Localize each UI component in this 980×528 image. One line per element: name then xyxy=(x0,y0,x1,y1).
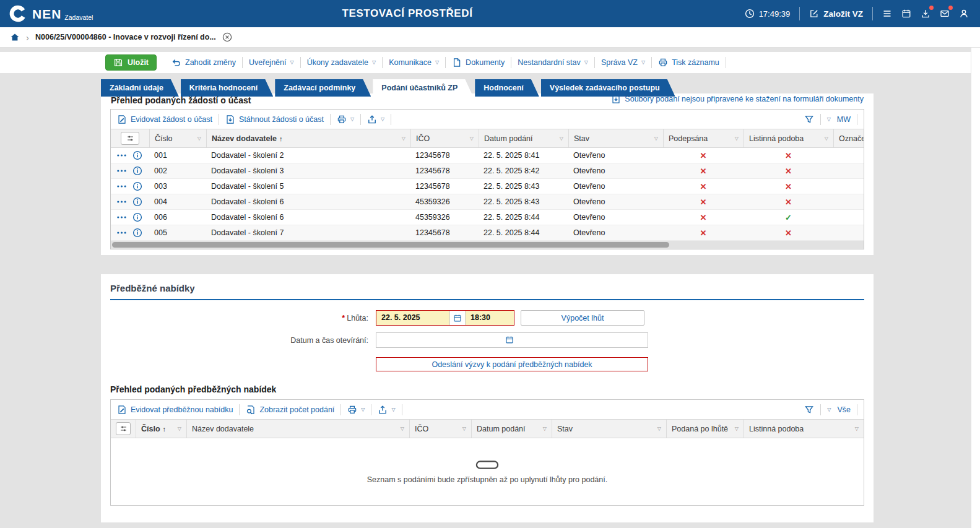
send-invitation-button[interactable]: Odeslání výzvy k podání předběžných nabí… xyxy=(376,357,648,371)
breadcrumb-record[interactable]: N006/25/V00004860 - Inovace v rozvoji ří… xyxy=(35,33,216,41)
filter-caret-icon[interactable] xyxy=(197,136,201,141)
table-row[interactable]: 005 Dodavatel - školení 7 12345678 22. 5… xyxy=(111,225,864,241)
filter-caret-icon[interactable] xyxy=(735,136,739,141)
opening-datetime-input[interactable] xyxy=(376,332,648,348)
register-offer-button[interactable]: Evidovat předběžnou nabídku xyxy=(117,405,233,415)
row-menu-icon[interactable] xyxy=(116,231,127,235)
save-button[interactable]: Uložit xyxy=(105,54,157,71)
register-request-button[interactable]: Evidovat žádost o účast xyxy=(117,115,212,124)
table-row[interactable]: 001 Dodavatel - školení 2 12345678 22. 5… xyxy=(111,148,864,163)
discard-changes-button[interactable]: Zahodit změny xyxy=(165,58,242,67)
cell-stav: Otevřeno xyxy=(568,179,663,194)
filter-caret-icon[interactable] xyxy=(462,426,466,431)
info-icon[interactable] xyxy=(132,197,142,207)
deadline-date-input[interactable]: 22. 5. 2025 xyxy=(376,311,449,325)
tab-zakladni-udaje[interactable]: Základní údaje xyxy=(101,79,179,97)
filter-preset-caret[interactable] xyxy=(827,407,831,412)
download-requests-button[interactable]: Stáhnout žádosti o účast xyxy=(225,115,324,124)
calendar-icon[interactable] xyxy=(505,335,514,344)
col-header-cislo[interactable]: Číslo xyxy=(136,420,186,438)
filter-caret-icon[interactable] xyxy=(402,136,405,141)
col-header-stav[interactable]: Stav xyxy=(568,129,663,147)
calendar-button[interactable] xyxy=(901,9,911,19)
info-icon[interactable] xyxy=(132,228,142,238)
col-header-podepsana[interactable]: Podepsána xyxy=(663,129,744,147)
filter-caret-icon[interactable] xyxy=(470,136,474,141)
col-header-stav[interactable]: Stav xyxy=(552,420,666,438)
tab-hodnoceni[interactable]: Hodnocení xyxy=(475,79,539,97)
nen-home-link[interactable]: NEN Zadavatel xyxy=(9,4,93,23)
col-header-ico[interactable]: IČO xyxy=(410,129,479,147)
column-settings-button[interactable] xyxy=(116,422,131,435)
filter-caret-icon[interactable] xyxy=(543,426,547,431)
profile-button[interactable] xyxy=(959,9,969,19)
table-row[interactable]: 004 Dodavatel - školení 6 45359326 22. 5… xyxy=(111,194,864,210)
table-row[interactable]: 006 Dodavatel - školení 6 45359326 22. 5… xyxy=(111,210,864,225)
scrollbar-thumb[interactable] xyxy=(112,242,669,248)
deadline-time-input[interactable]: 18:30 xyxy=(466,311,514,325)
tab-kriteria-hodnoceni[interactable]: Kritéria hodnocení xyxy=(181,79,273,97)
tab-zadavaci-podminky[interactable]: Zadávací podmínky xyxy=(275,79,371,97)
col-header-nazev-dodavatele[interactable]: Název dodavatele xyxy=(206,129,410,147)
calc-deadlines-button[interactable]: Výpočet lhůt xyxy=(521,310,644,326)
filter-caret-icon[interactable] xyxy=(178,426,181,431)
row-menu-icon[interactable] xyxy=(116,169,127,173)
col-header-datum-podani[interactable]: Datum podání xyxy=(479,129,568,147)
filter-caret-icon[interactable] xyxy=(855,426,859,431)
filter-caret-icon[interactable] xyxy=(654,136,658,141)
col-header-podana-po-lhute[interactable]: Podaná po lhůtě xyxy=(666,420,744,438)
publish-menu-button[interactable]: Uveřejnění xyxy=(243,58,300,67)
tab-podani-ucastniku-zp[interactable]: Podání účastníků ZP xyxy=(373,79,473,97)
print-table-button[interactable] xyxy=(337,115,354,124)
export-table-button[interactable] xyxy=(378,405,395,415)
col-header-ico[interactable]: IČO xyxy=(409,420,471,438)
page-scrollbar[interactable] xyxy=(971,27,980,528)
info-icon[interactable] xyxy=(132,181,142,191)
column-settings-button[interactable] xyxy=(121,132,139,145)
row-menu-icon[interactable] xyxy=(116,154,127,157)
filter-icon[interactable] xyxy=(804,115,814,124)
col-header-listinna-podoba[interactable]: Listinná podoba xyxy=(744,420,864,438)
filter-preset-caret[interactable] xyxy=(827,117,831,122)
toolbar-divider xyxy=(360,114,361,125)
info-icon[interactable] xyxy=(132,166,142,176)
row-menu-icon[interactable] xyxy=(116,184,127,188)
communication-menu-button[interactable]: Komunikace xyxy=(383,58,445,67)
horizontal-scrollbar[interactable] xyxy=(111,241,864,249)
filter-caret-icon[interactable] xyxy=(560,136,563,141)
export-table-button[interactable] xyxy=(367,115,384,124)
filter-caret-icon[interactable] xyxy=(825,136,828,141)
table-row[interactable]: 002 Dodavatel - školení 3 12345678 22. 5… xyxy=(111,163,864,179)
filter-caret-icon[interactable] xyxy=(735,426,739,431)
col-header-nazev-dodavatele[interactable]: Název dodavatele xyxy=(186,420,409,438)
col-header-listinna-podoba[interactable]: Listinná podoba xyxy=(744,129,833,147)
row-menu-icon[interactable] xyxy=(116,215,127,219)
documents-button[interactable]: Dokumenty xyxy=(446,58,511,67)
show-submission-count-button[interactable]: Zobrazit počet podání xyxy=(246,405,334,415)
filter-caret-icon[interactable] xyxy=(657,426,661,431)
col-header-datum-podani[interactable]: Datum podání xyxy=(471,420,552,438)
filter-icon[interactable] xyxy=(804,405,814,415)
tab-vysledek-zadavaciho-postupu[interactable]: Výsledek zadávacího postupu xyxy=(541,79,675,97)
contracting-actions-menu-button[interactable]: Úkony zadavatele xyxy=(301,58,383,67)
filter-preset-label[interactable]: Vše xyxy=(837,405,851,414)
nonstandard-state-menu-button[interactable]: Nestandardní stav xyxy=(511,58,594,67)
filter-preset-label[interactable]: MW xyxy=(837,115,851,124)
filter-caret-icon[interactable] xyxy=(401,426,404,431)
main-menu-button[interactable] xyxy=(882,9,892,19)
manage-vz-menu-button[interactable]: Správa VZ xyxy=(595,58,651,67)
close-record-icon[interactable] xyxy=(222,32,232,42)
col-header-cislo[interactable]: Číslo xyxy=(149,129,206,147)
print-table-button[interactable] xyxy=(347,405,365,415)
info-icon[interactable] xyxy=(132,150,142,160)
create-vz-button[interactable]: Založit VZ xyxy=(809,9,863,19)
info-icon[interactable] xyxy=(132,212,142,222)
col-header-oznaceni[interactable]: Označe xyxy=(833,129,864,147)
messages-button[interactable] xyxy=(940,9,950,19)
home-icon[interactable] xyxy=(10,32,20,42)
row-menu-icon[interactable] xyxy=(116,200,127,204)
downloads-button[interactable] xyxy=(921,9,930,19)
print-record-button[interactable]: Tisk záznamu xyxy=(652,58,726,67)
deadline-calendar-button[interactable] xyxy=(449,311,466,325)
table-row[interactable]: 003 Dodavatel - školení 5 12345678 22. 5… xyxy=(111,179,864,194)
